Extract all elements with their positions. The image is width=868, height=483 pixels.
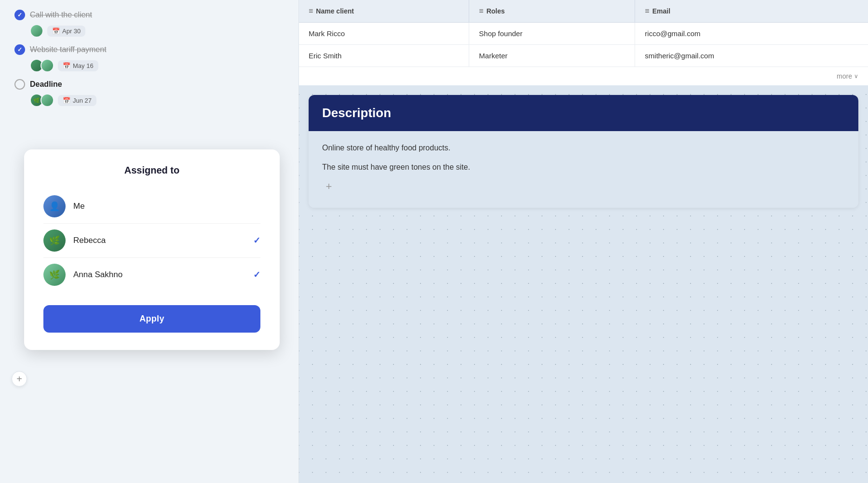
chevron-down-icon: ∨ bbox=[854, 73, 858, 80]
right-panel: Name client Roles Emai bbox=[299, 0, 868, 483]
date-text-1: Apr 30 bbox=[62, 27, 81, 35]
assignee-row-rebecca[interactable]: 🌿 Rebecca ✓ bbox=[43, 224, 260, 258]
table-row: Eric Smith Marketer smitheric@gmail.com bbox=[299, 45, 868, 67]
avatar-rebecca: 🌿 bbox=[43, 229, 66, 252]
lines-icon-email bbox=[645, 7, 649, 15]
task-label-2: Website tariff payment bbox=[30, 45, 107, 54]
date-badge-2: 📅 May 16 bbox=[58, 60, 98, 71]
col-roles: Roles bbox=[469, 0, 635, 23]
assignee-name-anna: Anna Sakhno bbox=[73, 270, 245, 280]
tasks-section: Call with the client 📅 Apr 30 Website ta… bbox=[0, 0, 298, 123]
description-title: Description bbox=[322, 106, 391, 120]
assigned-to-title: Assigned to bbox=[43, 165, 260, 176]
date-badge-3: 📅 Jun 27 bbox=[58, 95, 96, 106]
col-email: Email bbox=[635, 0, 868, 23]
assignee-name-me: Me bbox=[73, 201, 260, 211]
lines-icon-name bbox=[309, 7, 313, 15]
avatar-me: 👤 bbox=[43, 195, 66, 217]
avatar-4 bbox=[41, 94, 54, 107]
assigned-to-popup: Assigned to 👤 Me 🌿 Rebecca ✓ 🌿 Anna Sakh… bbox=[24, 149, 280, 350]
task-meta-2: 📅 May 16 bbox=[30, 59, 284, 72]
task-label-1: Call with the client bbox=[30, 11, 92, 19]
avatar-group-1 bbox=[30, 24, 43, 38]
calendar-icon-3: 📅 bbox=[63, 97, 70, 104]
description-line-2: The site must have green tones on the si… bbox=[322, 161, 845, 174]
avatar-group-2 bbox=[30, 59, 54, 72]
date-text-2: May 16 bbox=[73, 62, 94, 69]
description-header: Description bbox=[309, 95, 858, 131]
assignee-row-anna[interactable]: 🌿 Anna Sakhno ✓ bbox=[43, 258, 260, 292]
table-row: Mark Ricco Shop founder ricco@gmail.com bbox=[299, 23, 868, 45]
cell-role-1: Marketer bbox=[469, 45, 635, 67]
task-meta-3: 🌿 📅 Jun 27 bbox=[30, 94, 284, 107]
clients-table-container: Name client Roles Emai bbox=[299, 0, 868, 85]
task-label-3: Deadline bbox=[30, 80, 62, 89]
more-link[interactable]: more ∨ bbox=[837, 72, 858, 80]
more-row: more ∨ bbox=[299, 67, 868, 85]
cell-name-0: Mark Ricco bbox=[299, 23, 469, 45]
calendar-icon-1: 📅 bbox=[52, 27, 60, 35]
task-item-1: Call with the client bbox=[14, 10, 284, 20]
cell-email-0: ricco@gmail.com bbox=[635, 23, 868, 45]
right-content: Name client Roles Emai bbox=[299, 0, 868, 208]
task-checkbox-empty-3[interactable] bbox=[14, 79, 25, 90]
description-body: Online store of healthy food products. T… bbox=[309, 131, 858, 208]
task-item-2: Website tariff payment bbox=[14, 44, 284, 55]
lines-icon-roles bbox=[479, 7, 483, 15]
add-task-button[interactable]: + bbox=[12, 371, 27, 387]
avatar-2 bbox=[41, 59, 54, 72]
cell-name-1: Eric Smith bbox=[299, 45, 469, 67]
description-line-1: Online store of healthy food products. bbox=[322, 142, 845, 154]
table-header-row: Name client Roles Emai bbox=[299, 0, 868, 23]
left-panel: Call with the client 📅 Apr 30 Website ta… bbox=[0, 0, 299, 483]
assignee-name-rebecca: Rebecca bbox=[73, 236, 245, 245]
task-meta-1: 📅 Apr 30 bbox=[30, 24, 284, 38]
task-item-3: Deadline bbox=[14, 79, 284, 90]
check-rebecca: ✓ bbox=[253, 235, 260, 246]
assignee-row-me[interactable]: 👤 Me bbox=[43, 189, 260, 224]
cell-email-1: smitheric@gmail.com bbox=[635, 45, 868, 67]
description-card: Description Online store of healthy food… bbox=[309, 95, 858, 208]
col-name-client: Name client bbox=[299, 0, 469, 23]
check-anna: ✓ bbox=[253, 269, 260, 280]
add-description-button[interactable]: + bbox=[322, 180, 336, 193]
cell-role-0: Shop founder bbox=[469, 23, 635, 45]
avatar-group-3: 🌿 bbox=[30, 94, 54, 107]
calendar-icon-2: 📅 bbox=[63, 62, 70, 69]
task-checkbox-done-1[interactable] bbox=[14, 10, 25, 20]
date-badge-1: 📅 Apr 30 bbox=[47, 26, 85, 37]
avatar-anna: 🌿 bbox=[43, 264, 66, 286]
avatar-anna-sakhno bbox=[30, 24, 43, 38]
clients-table: Name client Roles Emai bbox=[299, 0, 868, 67]
apply-button[interactable]: Apply bbox=[43, 305, 260, 333]
task-checkbox-done-2[interactable] bbox=[14, 44, 25, 55]
date-text-3: Jun 27 bbox=[73, 97, 92, 104]
